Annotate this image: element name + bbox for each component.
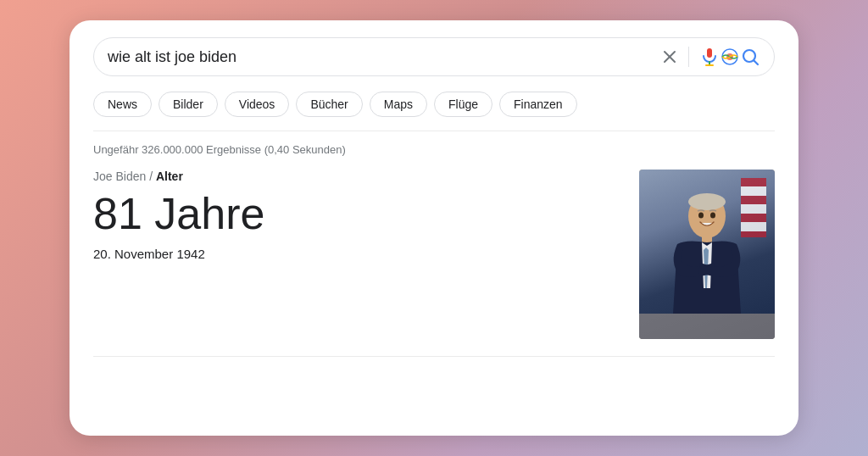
breadcrumb-separator: / bbox=[146, 170, 156, 183]
breadcrumb-attribute: Alter bbox=[156, 170, 183, 183]
search-bar bbox=[93, 37, 775, 76]
search-icon bbox=[740, 47, 760, 67]
birth-date: 20. November 1942 bbox=[93, 247, 619, 261]
bottom-divider bbox=[93, 356, 775, 357]
tab-finanzen[interactable]: Finanzen bbox=[499, 92, 577, 117]
svg-rect-2 bbox=[707, 48, 712, 58]
result-count: Ungefähr 326.000.000 Ergebnisse (0,40 Se… bbox=[93, 143, 775, 156]
svg-point-12 bbox=[688, 193, 726, 210]
breadcrumb-person: Joe Biden bbox=[93, 170, 146, 183]
tab-videos[interactable]: Videos bbox=[225, 92, 290, 117]
biden-silhouette bbox=[639, 170, 775, 339]
tab-maps[interactable]: Maps bbox=[370, 92, 427, 117]
result-area: Joe Biden / Alter 81 Jahre 20. November … bbox=[93, 170, 775, 339]
tab-fluege[interactable]: Flüge bbox=[434, 92, 492, 117]
lens-button[interactable] bbox=[720, 47, 740, 67]
google-card: News Bilder Videos Bücher Maps Flüge Fin… bbox=[70, 20, 798, 436]
svg-point-15 bbox=[710, 213, 715, 219]
search-divider bbox=[688, 47, 689, 67]
lens-icon bbox=[720, 47, 740, 67]
clear-button[interactable] bbox=[661, 48, 678, 65]
filter-tabs: News Bilder Videos Bücher Maps Flüge Fin… bbox=[93, 92, 775, 117]
svg-rect-10 bbox=[639, 314, 775, 339]
biden-image bbox=[639, 170, 775, 339]
svg-line-8 bbox=[754, 61, 759, 65]
biden-image-placeholder bbox=[639, 170, 775, 339]
search-button[interactable] bbox=[740, 47, 760, 67]
tab-news[interactable]: News bbox=[93, 92, 152, 117]
tab-bilder[interactable]: Bilder bbox=[159, 92, 218, 117]
mic-icon bbox=[699, 47, 720, 67]
svg-point-14 bbox=[698, 213, 704, 219]
age-value: 81 Jahre bbox=[93, 190, 619, 238]
result-text: Joe Biden / Alter 81 Jahre 20. November … bbox=[93, 170, 619, 261]
top-divider bbox=[93, 131, 775, 131]
tab-buecher[interactable]: Bücher bbox=[296, 92, 362, 117]
search-input[interactable] bbox=[108, 48, 661, 66]
mic-button[interactable] bbox=[699, 47, 720, 67]
close-icon bbox=[661, 48, 678, 65]
breadcrumb: Joe Biden / Alter bbox=[93, 170, 619, 183]
